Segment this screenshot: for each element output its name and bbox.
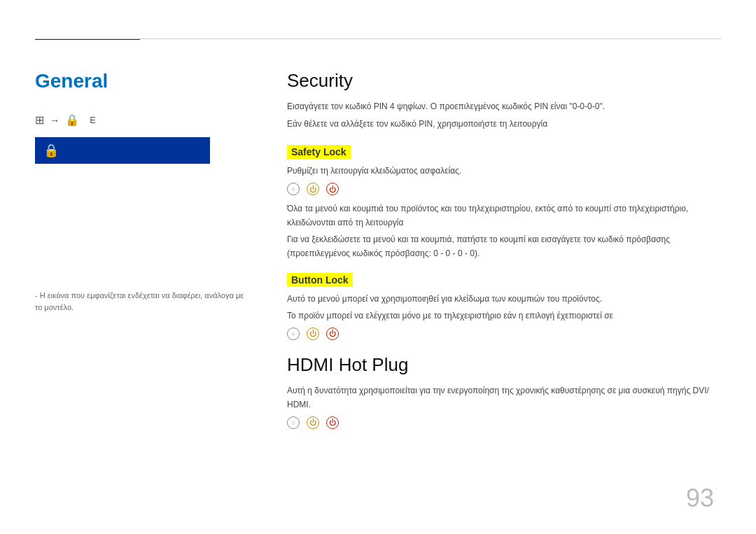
blue-bar: 🔒 (35, 137, 210, 164)
blue-bar-icon: 🔒 (43, 143, 59, 158)
button-lock-heading: Button Lock (287, 273, 353, 287)
diagram-icons: ⊞ → 🔒 E (35, 113, 245, 127)
diagram-label: E (85, 115, 96, 125)
general-title: General (35, 70, 245, 92)
hdmi-icon-middle: ⏻ (307, 416, 319, 429)
page-number: 93 (686, 484, 714, 513)
security-heading: Security (287, 70, 721, 92)
security-text-2: Εάν θέλετε να αλλάξετε τον κωδικό PIN, χ… (287, 118, 721, 131)
safety-lock-text-2: Όλα τα μενού και κουμπιά του προϊόντος κ… (287, 202, 721, 230)
safety-lock-text-1: Ρυθμίζει τη λειτουργία κλειδώματος ασφαλ… (287, 164, 721, 178)
security-text-1: Εισαγάγετε τον κωδικό PIN 4 ψηφίων. Ο πρ… (287, 100, 721, 113)
button-lock-text-1: Αυτό το μενού μπορεί να χρησιμοποιηθεί γ… (287, 293, 721, 307)
safety-lock-icon-row: ○ ⏻ ⏻ (287, 183, 721, 195)
icon-last: ⏻ (326, 183, 339, 195)
left-column: General ⊞ → 🔒 E 🔒 - Η εικόνα που εμφανίζ… (35, 28, 273, 506)
button-lock-section: Button Lock Αυτό το μενού μπορεί να χρησ… (287, 263, 721, 340)
arrow-icon: → (50, 115, 59, 126)
hdmi-heading: HDMI Hot Plug (287, 354, 721, 376)
security-section: Security Εισαγάγετε τον κωδικό PIN 4 ψηφ… (287, 70, 721, 131)
icon-middle: ⏻ (307, 183, 319, 195)
safety-lock-section: Safety Lock Ρυθμίζει τη λειτουργία κλειδ… (287, 135, 721, 260)
button-lock-icon-row: ○ ⏻ ⏻ (287, 328, 721, 340)
divider-right (273, 38, 721, 39)
button-icon-middle: ⏻ (307, 328, 319, 340)
icon-empty-circle: ○ (287, 183, 300, 195)
button-icon-last: ⏻ (326, 328, 339, 340)
button-icon-empty: ○ (287, 328, 300, 340)
safety-lock-text-3: Για να ξεκλειδώσετε τα μενού και τα κουμ… (287, 233, 721, 261)
diagram-area: ⊞ → 🔒 E 🔒 (35, 113, 245, 164)
hdmi-text-1: Αυτή η δυνατότητα χρησιμοποιείται για τη… (287, 384, 721, 412)
hdmi-section: HDMI Hot Plug Αυτή η δυνατότητα χρησιμοπ… (287, 354, 721, 429)
footnote: - Η εικόνα που εμφανίζεται ενδέχεται να … (35, 290, 245, 313)
hdmi-icon-empty: ○ (287, 416, 300, 429)
hdmi-icon-row: ○ ⏻ ⏻ (287, 416, 721, 429)
button-lock-text-2: Το προϊόν μπορεί να ελέγχεται μόνο με το… (287, 309, 721, 323)
diagram-icon-1: ⊞ (35, 113, 44, 127)
diagram-icon-2: 🔒 (65, 113, 79, 127)
safety-lock-heading: Safety Lock (287, 145, 351, 159)
right-column: Security Εισαγάγετε τον κωδικό PIN 4 ψηφ… (273, 28, 721, 506)
hdmi-icon-last: ⏻ (326, 416, 339, 429)
